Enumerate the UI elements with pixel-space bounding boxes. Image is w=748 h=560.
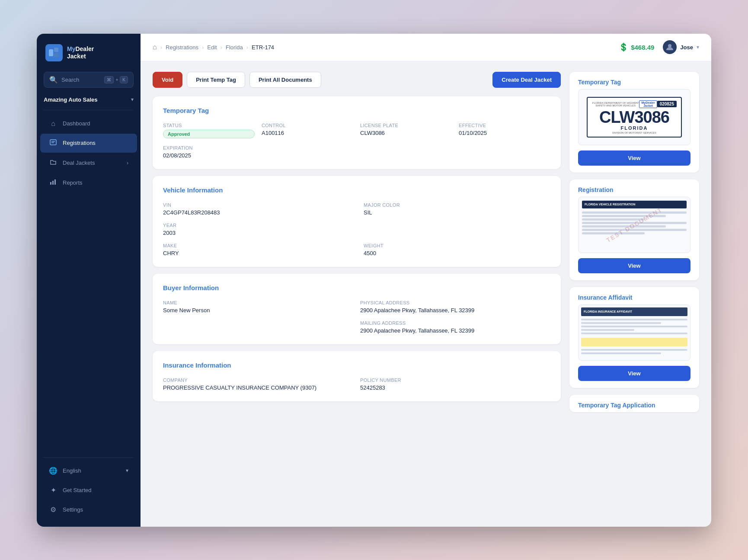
vehicle-card: Vehicle Information VIN 2C4GP74L83R20848…: [153, 176, 561, 267]
balance-value: $468.49: [631, 44, 654, 51]
sidebar-item-reports[interactable]: Reports: [40, 173, 137, 192]
breadcrumb-current: ETR-174: [252, 44, 274, 51]
mailing-address-label: Mailing Address: [360, 320, 550, 326]
get-started-icon: ✦: [49, 486, 58, 494]
major-color-label: Major Color: [364, 202, 550, 208]
weight-group: Weight 4500: [364, 243, 550, 256]
effective-group: Effective 01/10/2025: [459, 123, 550, 138]
major-color-value: SIL: [364, 209, 550, 216]
registrations-icon: [49, 139, 58, 147]
temp-tag-info: Status Approved Control A100116 License …: [163, 123, 550, 159]
insurance-affidavit-view-button[interactable]: View: [578, 366, 690, 381]
sidebar-item-language[interactable]: 🌐 English ▾: [40, 461, 137, 480]
logo-area: MyDealer Jacket: [37, 34, 141, 72]
temp-tag-thumbnail: FLORIDA DEPARTMENT OF HIGHWAY SAFETY AND…: [578, 89, 690, 145]
expiration-value: 02/08/2025: [163, 152, 255, 159]
breadcrumb-registrations[interactable]: Registrations: [166, 44, 198, 51]
vehicle-title: Vehicle Information: [163, 186, 550, 194]
sidebar-item-label: Registrations: [63, 140, 128, 146]
registration-thumbnail: FLORIDA VEHICLE REGISTRATION TEST DOCUME…: [578, 197, 690, 253]
print-temp-tag-button[interactable]: Print Temp Tag: [187, 72, 245, 88]
sidebar-nav: ⌂ Dashboard Registrations: [37, 114, 141, 193]
temp-tag-view-button[interactable]: View: [578, 150, 690, 166]
dealer-name: Amazing Auto Sales: [44, 96, 97, 103]
breadcrumb-edit[interactable]: Edit: [207, 44, 217, 51]
license-plate-group: License Plate CLW3086: [360, 123, 452, 138]
insurance-company-label: Company: [163, 378, 353, 383]
insurance-title: Insurance Information: [163, 362, 550, 369]
get-started-label: Get Started: [63, 487, 128, 493]
mailing-address-value: 2900 Apalachee Pkwy, Tallahassee, FL 323…: [360, 327, 550, 334]
svg-rect-6: [50, 182, 51, 185]
user-menu[interactable]: Jose ▾: [663, 40, 699, 54]
expiration-group: Expiration 02/08/2025: [163, 145, 255, 159]
create-deal-jacket-button[interactable]: Create Deal Jacket: [492, 72, 561, 88]
status-badge: Approved: [163, 130, 255, 138]
vin-value: 2C4GP74L83R208483: [163, 209, 350, 216]
divider: [44, 458, 134, 458]
temp-tag-app-title: Temporary Tag Application: [569, 395, 699, 412]
top-bar: ⌂ › Registrations › Edit › Florida › ETR…: [141, 34, 711, 61]
buyer-name-value: Some New Person: [163, 307, 353, 314]
temp-tag-preview: FLORIDA DEPARTMENT OF HIGHWAY SAFETY AND…: [587, 97, 682, 138]
tag-number: 020825: [657, 101, 677, 107]
void-button[interactable]: Void: [153, 72, 182, 88]
dollar-icon: 💲: [619, 42, 628, 52]
home-breadcrumb-icon[interactable]: ⌂: [153, 43, 157, 51]
plate-display: CLW3086: [592, 109, 677, 125]
insurance-affidavit-doc-card: Insurance Affidavit FLORIDA INSURANCE AF…: [569, 287, 699, 388]
user-name: Jose: [680, 44, 693, 51]
search-label: Search: [61, 77, 79, 83]
sidebar-item-get-started[interactable]: ✦ Get Started: [40, 481, 137, 499]
sidebar-item-dashboard[interactable]: ⌂ Dashboard: [40, 115, 137, 133]
insurance-info: Company PROGRESSIVE CASUALTY INSURANCE C…: [163, 378, 550, 391]
content-area: Void Print Temp Tag Print All Documents …: [141, 61, 711, 527]
left-panel: Void Print Temp Tag Print All Documents …: [153, 72, 561, 516]
control-label: Control: [262, 123, 353, 128]
breadcrumb-florida[interactable]: Florida: [226, 44, 243, 51]
weight-label: Weight: [364, 243, 550, 248]
settings-icon: ⚙: [49, 506, 58, 514]
insurance-card: Insurance Information Company PROGRESSIV…: [153, 351, 561, 401]
chevron-down-icon: ▾: [126, 467, 128, 474]
buyer-name-label: Name: [163, 300, 353, 305]
divider: [44, 110, 134, 110]
language-label: English: [63, 467, 121, 474]
settings-label: Settings: [63, 506, 128, 513]
buyer-name-group: Name Some New Person: [163, 300, 353, 314]
sidebar: MyDealer Jacket 🔍 Search ⌘ + K Amazing A…: [37, 34, 141, 527]
vin-group: VIN 2C4GP74L83R208483: [163, 202, 350, 216]
user-chevron-icon: ▾: [697, 44, 699, 50]
registration-preview: FLORIDA VEHICLE REGISTRATION TEST DOCUME…: [579, 197, 690, 253]
make-value: CHRY: [163, 250, 350, 256]
physical-address-label: Physical Address: [360, 300, 550, 305]
registration-doc-card: Registration FLORIDA VEHICLE REGISTRATIO…: [569, 179, 699, 280]
temp-tag-card: Temporary Tag Status Approved Control A1…: [153, 96, 561, 169]
logo-text: MyDealer Jacket: [67, 45, 94, 60]
sidebar-item-deal-jackets[interactable]: Deal Jackets ›: [40, 154, 137, 173]
sidebar-item-label: Reports: [63, 179, 128, 186]
expiration-label: Expiration: [163, 145, 255, 150]
print-all-documents-button[interactable]: Print All Documents: [249, 72, 321, 88]
svg-rect-0: [49, 49, 53, 56]
sidebar-item-registrations[interactable]: Registrations: [40, 134, 137, 153]
balance-display: 💲 $468.49: [619, 42, 654, 52]
svg-point-9: [668, 44, 671, 48]
search-badge: ⌘ + K: [104, 76, 128, 83]
top-bar-right: 💲 $468.49 Jose ▾: [619, 40, 699, 54]
major-color-group: Major Color SIL: [364, 202, 550, 216]
year-value: 2003: [163, 230, 350, 236]
year-label: Year: [163, 223, 350, 228]
registration-view-button[interactable]: View: [578, 258, 690, 273]
chevron-right-icon: ›: [127, 160, 128, 166]
license-plate-label: License Plate: [360, 123, 452, 128]
status-label: Status: [163, 123, 255, 128]
sidebar-item-settings[interactable]: ⚙ Settings: [40, 500, 137, 519]
svg-rect-2: [54, 53, 58, 57]
mailing-address-group: Mailing Address 2900 Apalachee Pkwy, Tal…: [360, 320, 550, 334]
search-bar[interactable]: 🔍 Search ⌘ + K: [44, 72, 134, 88]
insurance-affidavit-title: Insurance Affidavit: [569, 287, 699, 304]
dealer-section[interactable]: Amazing Auto Sales ▾: [44, 96, 134, 103]
physical-address-value: 2900 Apalachee Pkwy, Tallahassee, FL 323…: [360, 307, 550, 314]
right-panel: Temporary Tag FLORIDA DEPARTMENT OF HIGH…: [569, 72, 699, 516]
